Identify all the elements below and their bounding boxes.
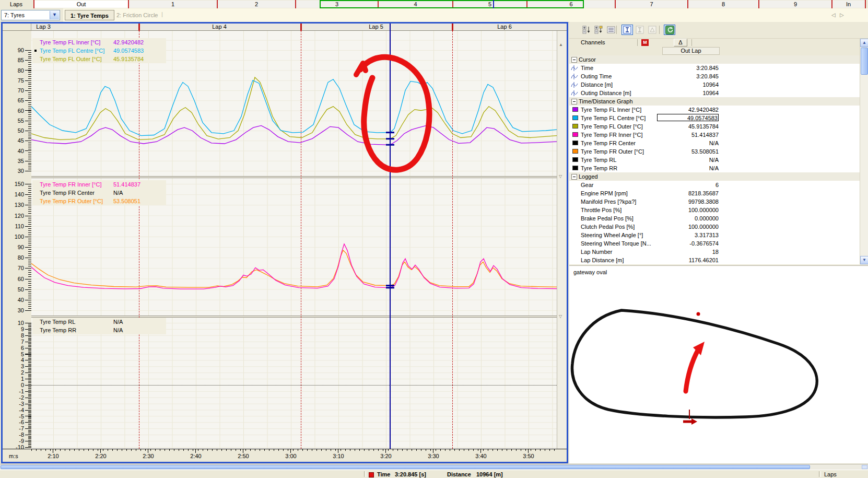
- channel-value[interactable]: 3:20.845: [657, 64, 719, 72]
- scroll-up-icon[interactable]: ▲: [860, 39, 868, 47]
- channel-row[interactable]: Outing Time3:20.845: [569, 72, 860, 80]
- legend-row[interactable]: Tyre Temp FR Inner [°C]51.414837: [32, 180, 166, 189]
- channel-row[interactable]: Tyre Temp FR Outer [°C]53.508051: [569, 147, 860, 156]
- channel-value[interactable]: 99798.3808: [657, 197, 719, 206]
- channel-row[interactable]: Lap Distance [m]1176.46201: [569, 256, 860, 264]
- channel-value[interactable]: 18: [657, 248, 719, 256]
- channel-value[interactable]: 49.0574583: [657, 114, 719, 121]
- panel-scroll-column[interactable]: [557, 31, 567, 449]
- channel-row[interactable]: Clutch Pedal Pos [%]100.000000: [569, 223, 860, 231]
- channel-row[interactable]: Tyre Temp FL Centre [°C]49.0574583: [569, 114, 860, 122]
- channel-value[interactable]: N/A: [657, 164, 719, 172]
- channel-value[interactable]: 10964: [657, 80, 719, 89]
- lap-segment-9[interactable]: 9: [759, 1, 832, 8]
- channel-value[interactable]: 100.000000: [657, 223, 719, 231]
- channel-value[interactable]: 53.508051: [657, 147, 719, 156]
- delta-button[interactable]: Δ: [674, 39, 687, 46]
- channel-value[interactable]: 3.317313: [657, 231, 719, 239]
- panel-collapse-down-icon[interactable]: ▽: [559, 314, 562, 319]
- lap-segment-8[interactable]: 8: [688, 1, 759, 8]
- channel-row[interactable]: Distance [m]10964: [569, 80, 860, 89]
- horizontal-scrollbar[interactable]: [0, 464, 868, 470]
- channel-row[interactable]: Tyre Temp RRN/A: [569, 164, 860, 172]
- horizontal-scrollbar-thumb[interactable]: [1, 465, 810, 469]
- laps-bar-cursor[interactable]: [493, 0, 494, 8]
- collapse-icon[interactable]: [571, 99, 577, 104]
- channel-value[interactable]: 51.414837: [657, 131, 719, 139]
- maths-icon[interactable]: [664, 25, 675, 35]
- channel-row[interactable]: Steering Wheel Torque [N...-0.3676574: [569, 239, 860, 248]
- channel-row[interactable]: Tyre Temp FL Inner [°C]42.9420482: [569, 106, 860, 114]
- lap-segment-Out[interactable]: Out: [34, 1, 128, 8]
- channel-value[interactable]: 10964: [657, 89, 719, 97]
- lap-header-row[interactable]: Lap 3Lap 4Lap 5Lap 6: [31, 24, 567, 31]
- legend-row[interactable]: Tyre Temp FL Centre [°C]49.0574583: [32, 46, 166, 55]
- legend-row[interactable]: Tyre Temp FL Outer [°C]45.9135784: [32, 55, 166, 63]
- lap-segment-5[interactable]: 5: [453, 1, 527, 8]
- legend-row[interactable]: Tyre Temp FR Outer [°C]53.508051: [32, 197, 166, 205]
- column-header-out-lap[interactable]: Out Lap: [662, 47, 720, 55]
- plot-area[interactable]: Tyre Temp FL Inner [°C]42.9420482Tyre Te…: [31, 31, 557, 449]
- chevron-down-icon[interactable]: ▼: [50, 11, 59, 19]
- channel-value[interactable]: -0.3676574: [657, 239, 719, 248]
- panel-collapse-up-icon[interactable]: ▲: [559, 42, 563, 47]
- lap-segment-4[interactable]: 4: [378, 1, 453, 8]
- graph-cursor-line[interactable]: [390, 24, 391, 449]
- lap-segment-7[interactable]: 7: [615, 1, 688, 8]
- channel-value[interactable]: 100.000000: [657, 206, 719, 214]
- channel-row[interactable]: Brake Pedal Pos [%]0.000000: [569, 214, 860, 223]
- lap-segment-1[interactable]: 1: [128, 1, 217, 8]
- lap-segment-3[interactable]: 3: [296, 1, 378, 8]
- channel-row[interactable]: Tyre Temp FR CenterN/A: [569, 139, 860, 147]
- collapse-icon[interactable]: [571, 174, 577, 180]
- channel-row[interactable]: Tyre Temp RLN/A: [569, 156, 860, 164]
- collapse-icon[interactable]: [571, 57, 577, 63]
- tab-friction-circle[interactable]: 2: Friction Circle: [112, 10, 162, 20]
- channel-row[interactable]: Throttle Pos [%]100.000000: [569, 206, 860, 214]
- channel-value[interactable]: N/A: [657, 156, 719, 164]
- tab-scroll-right-icon[interactable]: ▷: [840, 12, 844, 18]
- panel-collapse-down-icon[interactable]: ▽: [559, 174, 562, 179]
- tab-tyre-temps[interactable]: 1: Tyre Temps: [65, 10, 114, 20]
- lap-segment-6[interactable]: 6: [527, 1, 615, 8]
- legend-row[interactable]: Tyre Temp RRN/A: [32, 326, 166, 334]
- channel-row[interactable]: Gear6: [569, 181, 860, 189]
- maths-badge[interactable]: M: [641, 39, 649, 46]
- lap-segment-In[interactable]: In: [832, 1, 865, 8]
- scroll-down-icon[interactable]: ▼: [860, 256, 868, 264]
- lap-segment-2[interactable]: 2: [217, 1, 296, 8]
- section-header-time-distance-graph[interactable]: Time/Distance Graph: [569, 97, 860, 106]
- channel-row[interactable]: Steering Wheel Angle [°]3.317313: [569, 231, 860, 239]
- cursor-values-alt-icon[interactable]: [634, 25, 646, 35]
- section-header-logged[interactable]: Logged: [569, 172, 860, 181]
- legend-row[interactable]: Tyre Temp RLN/A: [32, 318, 166, 326]
- channel-value[interactable]: 3:20.845: [657, 72, 719, 80]
- legend-row[interactable]: Tyre Temp FR CenterN/A: [32, 189, 166, 197]
- sort-values-icon[interactable]: [593, 25, 604, 35]
- section-header-cursor[interactable]: Cursor: [569, 55, 860, 64]
- tab-scroll-left-icon[interactable]: ◁: [831, 12, 836, 18]
- channel-value[interactable]: 42.9420482: [657, 106, 719, 114]
- channel-value[interactable]: 45.9135784: [657, 122, 719, 131]
- legend-row[interactable]: Tyre Temp FL Inner [°C]42.9420482: [32, 38, 166, 46]
- scrollbar-thumb[interactable]: [861, 48, 868, 75]
- laps-overview-bar[interactable]: Laps Out123456789In: [0, 0, 868, 9]
- channel-list-icon[interactable]: [605, 25, 617, 35]
- channel-row[interactable]: Outing Distance [m]10964: [569, 89, 860, 97]
- channel-value[interactable]: 1176.46201: [657, 256, 719, 264]
- channel-row[interactable]: Tyre Temp FL Outer [°C]45.9135784: [569, 122, 860, 131]
- sort-channels-icon[interactable]: [581, 25, 592, 35]
- channel-row[interactable]: Manifold Pres [?kpa?]99798.3808: [569, 197, 860, 206]
- delta-display-icon[interactable]: [647, 25, 658, 35]
- channel-row[interactable]: Time3:20.845: [569, 64, 860, 72]
- channel-value[interactable]: 0.000000: [657, 214, 719, 223]
- channel-value[interactable]: 8218.35687: [657, 189, 719, 197]
- worksheet-selector[interactable]: 7: Tyres ▼: [1, 10, 60, 20]
- channel-row[interactable]: Lap Number18: [569, 248, 860, 256]
- channel-value[interactable]: N/A: [657, 139, 719, 147]
- channel-value[interactable]: 6: [657, 181, 719, 189]
- cursor-values-icon[interactable]: [621, 25, 633, 35]
- channel-row[interactable]: Engine RPM [rpm]8218.35687: [569, 189, 860, 197]
- channels-scrollbar[interactable]: ▲ ▼: [860, 39, 868, 264]
- channel-row[interactable]: Tyre Temp FR Inner [°C]51.414837: [569, 131, 860, 139]
